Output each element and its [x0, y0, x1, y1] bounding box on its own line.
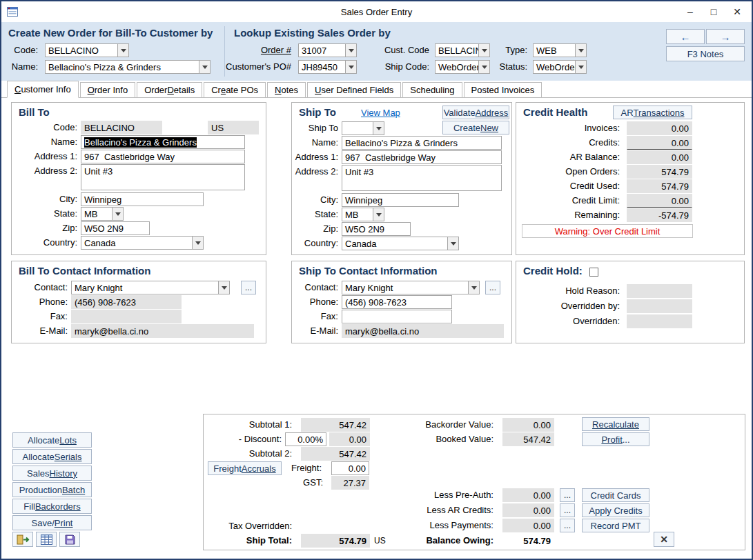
ship-fax-field[interactable] [342, 310, 452, 323]
bill-contact-combo[interactable]: Mary Knight [71, 281, 230, 294]
ship-state-combo[interactable]: MB [342, 208, 384, 221]
create-code-combo[interactable]: BELLACINO [45, 43, 129, 57]
dropdown-arrow-button[interactable] [192, 237, 203, 249]
dropdown-arrow-button[interactable] [345, 61, 356, 73]
record-pmt-button[interactable]: Record PMT [582, 519, 649, 532]
dropdown-arrow-button[interactable] [218, 281, 229, 294]
create-name-combo[interactable]: Bellacino's Pizza & Grinders [45, 60, 211, 74]
ship-contact-more-button[interactable]: ... [485, 281, 500, 294]
dropdown-arrow-button[interactable] [575, 61, 586, 73]
tab-scheduling[interactable]: Scheduling [402, 82, 462, 97]
bill-name-field[interactable]: Bellacino's Pizza & Grinders [81, 135, 245, 149]
less-payments-label: Less Payments: [400, 519, 497, 532]
less-ar-credits-label: Less AR Credits: [400, 503, 497, 517]
bill-zip-field[interactable]: W5O 2N9 [81, 221, 150, 235]
validate-address-button[interactable]: Validate Address [442, 106, 509, 119]
previous-record-button[interactable]: ← [666, 29, 705, 44]
tab-notes[interactable]: Notes [267, 82, 306, 97]
ship-phone-field[interactable]: (456) 908-7623 [342, 295, 452, 309]
cancel-close-button[interactable]: ✕ [654, 532, 674, 547]
dropdown-arrow-button[interactable] [373, 122, 384, 134]
ship-address1-field[interactable]: 967 Castlebridge Way [342, 150, 502, 164]
remaining-value: -574.79 [627, 208, 692, 222]
fill-backorders-button[interactable]: Fill Backorders [12, 499, 92, 514]
order-number-combo[interactable]: 31007 [298, 43, 357, 57]
shipto-combo[interactable] [342, 121, 384, 135]
dropdown-arrow-button[interactable] [468, 281, 479, 294]
dropdown-arrow-button[interactable] [373, 208, 384, 221]
bill-contact-more-button[interactable]: ... [241, 281, 256, 294]
dropdown-arrow-button[interactable] [575, 44, 586, 57]
bill-fax-row: Fax: [12, 310, 266, 323]
ship-country-combo[interactable]: Canada [342, 237, 459, 250]
minimize-button[interactable]: – [678, 1, 702, 22]
bill-address2-field[interactable]: Unit #3 [81, 164, 245, 190]
tab-order-details[interactable]: Order Details [137, 82, 202, 97]
save-record-button[interactable] [59, 532, 80, 547]
sales-history-button[interactable]: Sales History [12, 466, 92, 481]
profit-button[interactable]: Profit... [582, 432, 649, 446]
discount-pct-field[interactable]: 0.00% [285, 432, 326, 446]
booked-label: Booked Value: [400, 432, 497, 446]
type-combo[interactable]: WEB [533, 43, 587, 57]
tab-order-info[interactable]: Order Info [80, 82, 136, 97]
ar-credits-more-button[interactable]: ... [560, 503, 575, 517]
tab-customer-info[interactable]: Customer Info [7, 81, 79, 98]
view-map-link[interactable]: View Map [361, 108, 400, 118]
allocate-lots-button[interactable]: Allocate Lots [12, 432, 92, 448]
ship-address2-field[interactable]: Unit #3 [342, 165, 502, 191]
close-form-button[interactable] [12, 532, 33, 547]
dropdown-arrow-button[interactable] [199, 61, 210, 73]
credit-hold-checkbox[interactable] [589, 268, 598, 277]
tab-user-defined-fields[interactable]: User Defined Fields [307, 82, 401, 97]
freight-field[interactable]: 0.00 [331, 461, 369, 475]
dropdown-arrow-button[interactable] [478, 44, 489, 57]
tab-posted-invoices[interactable]: Posted Invoices [464, 82, 542, 97]
credit-cards-button[interactable]: Credit Cards [582, 488, 649, 502]
window-controls: – □ ✕ [678, 1, 749, 22]
dropdown-arrow-button[interactable] [447, 237, 458, 250]
freight-label: Freight: [282, 461, 325, 475]
status-combo[interactable]: WebOrder [533, 60, 587, 74]
ship-city-field[interactable]: Winnipeg [342, 193, 459, 207]
credit-used-value: 574.79 [627, 179, 692, 193]
close-window-button[interactable]: ✕ [725, 1, 749, 22]
dropdown-arrow-button[interactable] [112, 208, 123, 220]
datasheet-view-button[interactable] [36, 532, 57, 547]
apply-credits-button[interactable]: Apply Credits [582, 503, 649, 517]
bill-state-combo[interactable]: MB [81, 207, 124, 221]
header-band: Create New Order for Bill-To Customer by… [1, 22, 752, 81]
cust-code-combo[interactable]: BELLACINO [435, 43, 490, 57]
create-name-label: Name: [5, 60, 41, 74]
save-print-button[interactable]: Save/Print [12, 515, 92, 530]
recalculate-button[interactable]: Recalculate [582, 417, 649, 431]
preauth-more-button[interactable]: ... [560, 488, 575, 502]
dropdown-arrow-button[interactable] [117, 44, 128, 57]
dropdown-arrow-button[interactable] [345, 44, 356, 57]
tab-create-pos[interactable]: Create POs [204, 82, 266, 97]
gst-label: GST: [209, 476, 326, 490]
remaining-label: Remaining: [516, 208, 623, 222]
maximize-button[interactable]: □ [702, 1, 725, 22]
freight-accruals-button[interactable]: Freight Accruals [208, 461, 282, 475]
credit-hold-group: Credit Hold: Hold Reason: Overridden by:… [516, 261, 745, 343]
ship-contact-combo[interactable]: Mary Knight [342, 281, 480, 294]
allocate-serials-button[interactable]: Allocate Serials [12, 449, 92, 464]
ship-name-field[interactable]: Bellacino's Pizza & Grinders [342, 136, 502, 150]
bill-address1-field[interactable]: 967 Castlebridge Way [81, 150, 245, 163]
bill-country-combo[interactable]: Canada [81, 236, 204, 250]
ar-transactions-button[interactable]: AR Transactions [613, 106, 692, 119]
bill-city-field[interactable]: Winnipeg [81, 192, 204, 206]
customer-po-combo[interactable]: JH89450 [298, 60, 357, 74]
ship-zip-field[interactable]: W5O 2N9 [342, 222, 411, 236]
production-batch-button[interactable]: Production Batch [12, 482, 92, 497]
chevron-down-icon [482, 49, 487, 55]
payments-more-button[interactable]: ... [560, 519, 575, 532]
sales-order-entry-window: Sales Order Entry – □ ✕ Create New Order… [0, 0, 753, 560]
ship-code-combo[interactable]: WebOrder [435, 60, 490, 74]
f3-notes-button[interactable]: F3 Notes [666, 46, 745, 61]
order-number-label: Order # [229, 43, 295, 57]
next-record-button[interactable]: → [706, 29, 745, 44]
bill-email-row: E-Mail: maryk@bella.ci.no [12, 324, 266, 338]
dropdown-arrow-button[interactable] [478, 61, 489, 73]
